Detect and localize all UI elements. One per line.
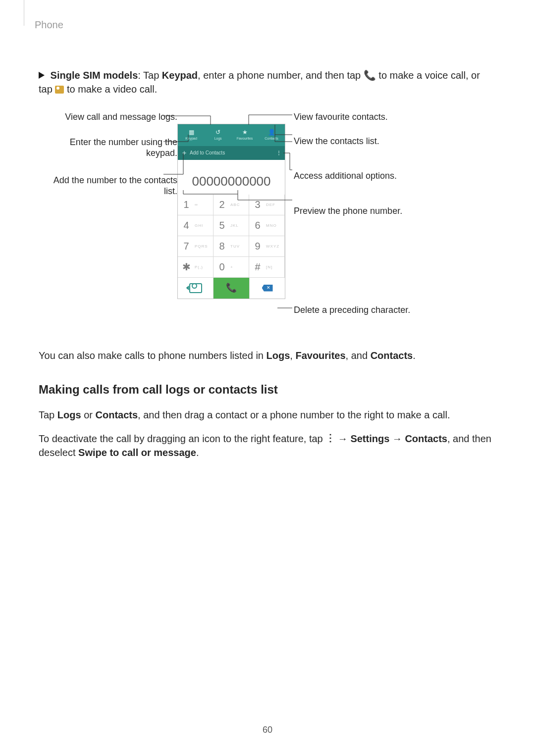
key-2[interactable]: 2ABC: [214, 195, 249, 215]
phone-screenshot-diagram: View call and message logs. Enter the nu…: [39, 111, 496, 339]
key-0[interactable]: 0+: [214, 257, 249, 278]
phone-mock: ▦ Keypad ↺ Logs ★ Favourites 👤 Contacts …: [177, 124, 285, 299]
callout-options: Access additional options.: [294, 170, 452, 182]
key-9[interactable]: 9WXYZ: [249, 236, 285, 257]
paragraph-deactivate: To deactivate the call by dragging an ic…: [39, 432, 496, 459]
more-options-icon: ⋮: [325, 431, 335, 445]
callout-favourites: View favourite contacts.: [294, 111, 452, 123]
key-1[interactable]: 1∞: [178, 195, 214, 215]
tab-favourites[interactable]: ★ Favourites: [231, 124, 258, 146]
add-to-contacts-bar[interactable]: ＋ Add to Contacts ⋮: [178, 146, 285, 160]
tab-logs[interactable]: ↺ Logs: [205, 124, 231, 146]
note-logs-fav-contacts: You can also make calls to phone numbers…: [39, 349, 496, 362]
video-call-icon: [189, 283, 202, 293]
callout-enter-number: Enter the number using the keypad.: [39, 137, 177, 159]
more-options-icon[interactable]: ⋮: [276, 150, 281, 156]
key-6[interactable]: 6MNO: [249, 215, 285, 236]
play-triangle-icon: [39, 72, 45, 79]
add-to-contacts-label: Add to Contacts: [190, 150, 225, 156]
callout-delete: Delete a preceding character.: [294, 304, 452, 316]
logs-icon: ↺: [215, 129, 220, 135]
video-call-button[interactable]: [178, 278, 214, 299]
key-8[interactable]: 8TUV: [214, 236, 249, 257]
backspace-icon: ✕: [262, 285, 273, 292]
page-number: 60: [0, 724, 535, 736]
key-3[interactable]: 3DEF: [249, 195, 285, 215]
plus-icon: ＋: [181, 148, 188, 158]
callout-add-contact: Add the number to the contacts list.: [39, 175, 177, 197]
key-4[interactable]: 4GHI: [178, 215, 214, 236]
subheading: Making calls from call logs or contacts …: [39, 381, 496, 398]
callout-preview: Preview the phone number.: [294, 205, 452, 217]
intro-bold: Single SIM models: [51, 70, 138, 81]
tab-contacts[interactable]: 👤 Contacts: [258, 124, 285, 146]
key-7[interactable]: 7PQRS: [178, 236, 214, 257]
key-star[interactable]: ✱P(,): [178, 257, 214, 278]
section-header: Phone: [35, 18, 63, 32]
call-button[interactable]: 📞: [214, 278, 249, 299]
page-edge-rule: [24, 0, 24, 26]
callout-logs: View call and message logs.: [39, 111, 177, 123]
key-5[interactable]: 5JKL: [214, 215, 249, 236]
intro-paragraph: Single SIM models: Tap Keypad, enter a p…: [39, 68, 496, 96]
keypad-icon: ▦: [189, 129, 194, 135]
tab-keypad[interactable]: ▦ Keypad: [178, 124, 205, 146]
dial-keypad: 1∞ 2ABC 3DEF 4GHI 5JKL 6MNO 7PQRS 8TUV 9…: [178, 195, 285, 278]
star-icon: ★: [242, 129, 248, 135]
paragraph-drag-call: Tap Logs or Contacts, and then drag a co…: [39, 408, 496, 422]
callout-contacts: View the contacts list.: [294, 136, 452, 147]
person-icon: 👤: [268, 129, 275, 135]
tab-bar: ▦ Keypad ↺ Logs ★ Favourites 👤 Contacts: [178, 124, 285, 146]
backspace-button[interactable]: ✕: [249, 278, 285, 299]
phone-icon: 📞: [226, 282, 237, 294]
key-hash[interactable]: #[N]: [249, 257, 285, 278]
phone-icon: 📞: [364, 70, 376, 81]
video-call-icon: [55, 86, 64, 94]
number-display: 00000000000: [178, 160, 285, 195]
